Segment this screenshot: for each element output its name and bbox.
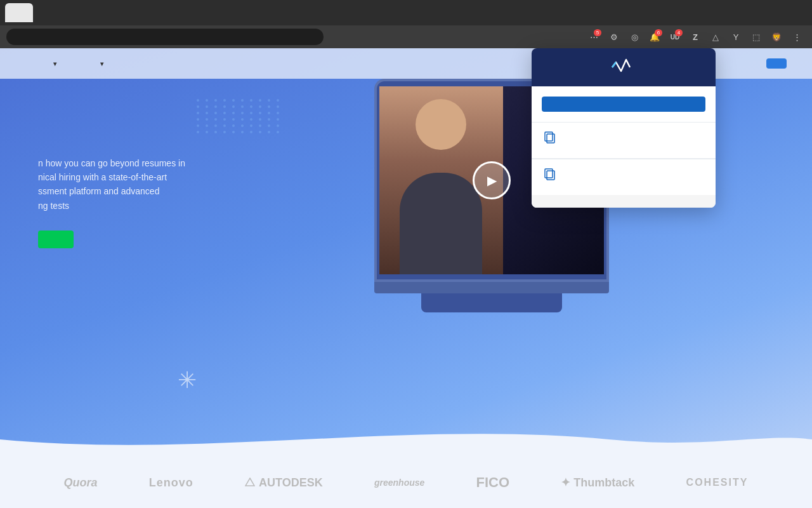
cohesity-logo: COHESITY (686, 477, 749, 488)
relay-icon[interactable]: △ (707, 28, 724, 46)
interview-item-vtn36[interactable] (532, 122, 716, 158)
greenhouse-logo: greenhouse (374, 478, 424, 488)
fico-logo: FICO (476, 474, 510, 491)
hero-heading (38, 117, 260, 146)
interview-item-y6cej[interactable] (532, 159, 716, 195)
snowflake-decoration: ✳ (178, 367, 197, 394)
popup-footer (532, 195, 716, 208)
nav-right (766, 58, 787, 69)
nav-products[interactable]: ▾ (51, 60, 57, 67)
popup-interview-list (532, 122, 716, 195)
brave-icon[interactable]: 🦁 (768, 28, 785, 46)
thumbtack-logo: ✦ Thumbtack (561, 476, 634, 490)
laptop-stand (421, 293, 562, 312)
quora-logo: Quora (64, 476, 98, 490)
history-icon[interactable]: ◎ (625, 28, 643, 46)
tab-close-button[interactable] (16, 8, 25, 17)
zotero-icon[interactable]: Z (686, 28, 704, 46)
ublock-icon[interactable]: UD 4 (666, 28, 684, 46)
laptop-base (374, 281, 609, 293)
svg-rect-3 (547, 171, 554, 180)
wave-decoration (0, 420, 812, 458)
svg-rect-2 (545, 132, 553, 141)
tab-bar (5, 3, 807, 22)
hero-description: n how you can go beyond resumes innical … (38, 156, 241, 213)
settings-icon[interactable]: ⚙ (605, 28, 623, 46)
cast-icon[interactable]: ⬚ (747, 28, 765, 46)
address-bar[interactable] (6, 29, 324, 45)
interview-item-left (544, 131, 565, 145)
autodesk-logo: AUTODESK (245, 476, 323, 490)
address-bar-row: ⋯ 5 ⚙ ◎ 🔔 6 UD 4 Z △ Y ⬚ 🦁 (0, 25, 812, 48)
expert-button[interactable] (766, 58, 787, 69)
nav-links: ▾ ▾ (51, 60, 124, 67)
popup-header (532, 48, 716, 86)
popup-panel (532, 48, 716, 208)
copy-icon-2 (544, 168, 558, 182)
account-icon[interactable]: Y (727, 28, 745, 46)
new-tab-button[interactable] (36, 4, 52, 21)
chevron-down-icon: ▾ (53, 60, 57, 67)
browser-toolbar-icons: ⋯ 5 ⚙ ◎ 🔔 6 UD 4 Z △ Y ⬚ 🦁 (585, 28, 806, 46)
interview-item-left-2 (544, 168, 565, 182)
lenovo-logo: Lenovo (149, 476, 193, 490)
chevron-down-icon: ▾ (100, 60, 104, 67)
codesignal-logo (610, 58, 638, 76)
svg-rect-4 (545, 169, 553, 178)
menu-icon[interactable]: ⋮ (788, 28, 806, 46)
codesignal-logo-icon (610, 58, 632, 76)
nav-resources[interactable]: ▾ (98, 60, 104, 67)
notifications-icon[interactable]: 🔔 6 (646, 28, 664, 46)
extensions-icon[interactable]: ⋯ 5 (585, 28, 603, 46)
create-interview-link-button[interactable] (542, 97, 705, 112)
active-tab[interactable] (5, 3, 33, 22)
request-demo-button[interactable] (38, 231, 74, 248)
interview-item-header-2 (544, 168, 703, 182)
browser-chrome (0, 0, 812, 25)
svg-marker-0 (246, 478, 254, 486)
svg-rect-1 (547, 134, 554, 143)
play-button[interactable]: ▶ (473, 161, 511, 199)
copy-icon (544, 131, 558, 145)
interview-item-header (544, 131, 703, 145)
logos-strip: Quora Lenovo AUTODESK greenhouse FICO ✦ … (0, 457, 812, 508)
